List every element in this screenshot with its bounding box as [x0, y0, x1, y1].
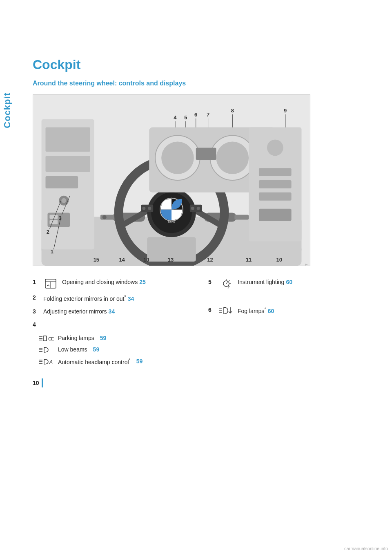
item-4-number: 4 [33, 321, 39, 329]
svg-text:TC-COCKPIT: TC-COCKPIT [305, 264, 308, 266]
svg-text:BMW: BMW [168, 221, 175, 224]
item-6: 6 Fog lamps*60 [208, 306, 368, 315]
auto-headlamp-icon: A [39, 358, 54, 365]
svg-text:6: 6 [194, 112, 197, 118]
item-5: 5 j [208, 278, 368, 289]
item-1-ref: 25 [139, 279, 146, 285]
auto-headlamp-text: Automatic headlamp control* [58, 357, 131, 366]
svg-point-30 [191, 207, 194, 210]
svg-text:4: 4 [174, 114, 177, 121]
item-3: 3 Adjusting exterior mirrors34 [33, 308, 192, 316]
low-beams-text: Low beams [58, 346, 87, 354]
svg-rect-77 [43, 336, 47, 341]
svg-text:10: 10 [276, 257, 282, 263]
item-5-icon: j [219, 278, 234, 289]
svg-text:15: 15 [94, 257, 99, 263]
item-3-text: Adjusting exterior mirrors34 [43, 308, 192, 316]
item-2: 2 Folding exterior mirrors in or out*34 [33, 294, 192, 303]
item-2-ref: 34 [128, 295, 134, 302]
svg-rect-37 [196, 148, 216, 160]
item-4-auto-headlamp: A Automatic headlamp control* 59 [39, 357, 143, 366]
low-beams-icon [39, 346, 54, 354]
item-6-text: Fog lamps*60 [238, 306, 368, 315]
item-3-number: 3 [33, 308, 39, 316]
item-1-text: Opening and closing windows25 [62, 278, 192, 286]
svg-point-28 [148, 207, 151, 210]
svg-rect-9 [49, 220, 58, 224]
svg-rect-41 [259, 180, 292, 188]
svg-point-27 [142, 207, 145, 210]
svg-line-91 [229, 286, 229, 287]
parking-lamps-ref: 59 [100, 334, 107, 342]
svg-rect-16 [234, 215, 249, 220]
svg-text:10: 10 [143, 257, 149, 263]
svg-text:11: 11 [246, 257, 252, 263]
svg-point-11 [61, 198, 66, 203]
item-1: 1 Opening and closing windows25 [33, 278, 192, 289]
item-6-number: 6 [208, 306, 215, 314]
section-heading: Around the steering wheel: controls and … [33, 80, 368, 87]
item-3-ref: 34 [109, 308, 115, 315]
parking-lamps-icon: C E [39, 335, 54, 342]
item-4: 4 C E [33, 321, 192, 366]
auto-headlamp-ref: 59 [136, 358, 143, 366]
svg-point-31 [197, 207, 200, 210]
svg-text:9: 9 [284, 107, 287, 114]
page-title: Cockpit [33, 57, 368, 72]
item-4-parking: C E Parking lamps 59 [39, 334, 143, 342]
parking-lamps-text: Parking lamps [58, 334, 94, 342]
svg-point-36 [216, 141, 249, 174]
item-5-number: 5 [208, 278, 215, 286]
svg-text:8: 8 [231, 107, 234, 114]
side-tab-label: Cockpit [2, 92, 13, 128]
cockpit-diagram: BMW [33, 94, 310, 266]
svg-line-89 [229, 280, 229, 281]
svg-point-34 [161, 141, 194, 174]
watermark: carmanualsonline.info [344, 546, 388, 551]
main-content: Cockpit Around the steering wheel: contr… [33, 0, 368, 387]
low-beams-ref: 59 [93, 346, 100, 354]
svg-text:5: 5 [184, 114, 187, 121]
svg-text:A: A [49, 359, 53, 365]
item-2-text: Folding exterior mirrors in or out*34 [43, 294, 192, 303]
item-1-icon [43, 278, 58, 289]
item-4-subitems: C E Parking lamps 59 [39, 334, 143, 366]
svg-text:j: j [227, 284, 229, 289]
svg-point-39 [267, 139, 283, 156]
svg-text:1: 1 [51, 248, 53, 255]
svg-rect-40 [259, 168, 292, 176]
cockpit-svg: BMW [33, 95, 310, 266]
left-column: 1 Opening and closing windows25 2 [33, 278, 192, 366]
svg-rect-42 [259, 192, 292, 201]
svg-rect-8 [49, 215, 58, 219]
svg-text:7: 7 [207, 112, 209, 118]
svg-text:3: 3 [59, 215, 62, 221]
svg-rect-6 [45, 176, 78, 188]
right-column: 5 j [208, 278, 368, 366]
item-5-text: Instrument lighting60 [238, 278, 368, 286]
svg-point-14 [102, 215, 107, 219]
svg-line-92 [226, 282, 228, 284]
svg-rect-5 [45, 156, 90, 172]
item-2-number: 2 [33, 294, 39, 302]
svg-text:14: 14 [119, 257, 125, 263]
page-number-container: 10 [33, 378, 368, 387]
items-grid: 1 Opening and closing windows25 2 [33, 278, 368, 366]
svg-text:E: E [51, 336, 54, 341]
side-tab: Cockpit [0, 65, 15, 155]
item-4-low-beams: Low beams 59 [39, 346, 143, 354]
svg-text:2: 2 [47, 229, 49, 235]
svg-rect-4 [45, 128, 90, 152]
page-number: 10 [33, 380, 39, 386]
item-1-number: 1 [33, 278, 39, 286]
item-6-icon [219, 306, 234, 315]
svg-text:13: 13 [168, 257, 174, 263]
svg-rect-43 [259, 209, 292, 221]
item-6-ref: 60 [268, 308, 274, 314]
svg-text:12: 12 [207, 257, 213, 263]
item-5-ref: 60 [286, 279, 292, 285]
page-number-bar [42, 378, 43, 387]
